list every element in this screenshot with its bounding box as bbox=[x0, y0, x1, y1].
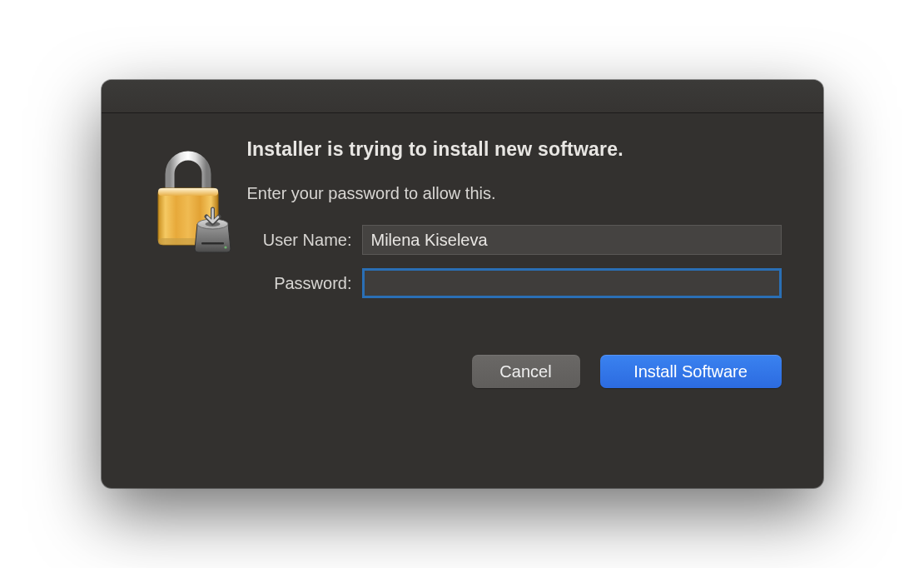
dialog-titlebar bbox=[102, 80, 823, 113]
username-row: User Name: bbox=[247, 225, 782, 255]
auth-dialog: Installer is trying to install new softw… bbox=[102, 80, 823, 488]
lock-icon bbox=[152, 142, 235, 251]
dialog-subtitle: Enter your password to allow this. bbox=[247, 184, 782, 203]
username-label: User Name: bbox=[247, 231, 362, 250]
cancel-button[interactable]: Cancel bbox=[472, 355, 580, 388]
dialog-body: Installer is trying to install new softw… bbox=[102, 113, 823, 413]
dialog-title: Installer is trying to install new softw… bbox=[247, 138, 782, 161]
username-input[interactable] bbox=[362, 225, 782, 255]
dialog-buttons: Cancel Install Software bbox=[247, 355, 782, 388]
install-software-button[interactable]: Install Software bbox=[600, 355, 782, 388]
svg-rect-1 bbox=[158, 188, 218, 196]
password-label: Password: bbox=[247, 274, 362, 293]
password-input[interactable] bbox=[362, 268, 782, 298]
svg-rect-5 bbox=[201, 242, 224, 245]
svg-point-6 bbox=[224, 246, 226, 248]
dialog-icon-column bbox=[135, 138, 243, 388]
password-row: Password: bbox=[247, 268, 782, 298]
dialog-content: Installer is trying to install new softw… bbox=[243, 138, 790, 388]
